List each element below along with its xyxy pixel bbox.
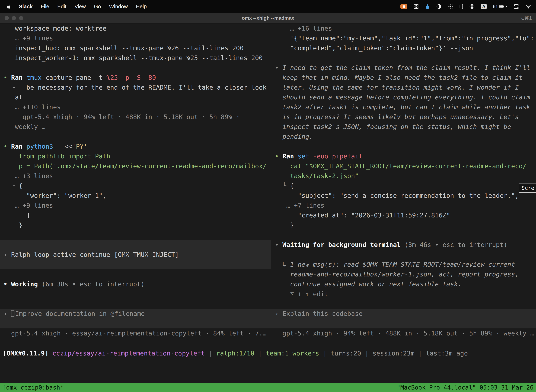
text-segment: • [4,74,11,81]
dots-grid-icon[interactable] [448,3,453,10]
terminal-row [4,63,271,73]
text-segment: from pathlib import Path [4,153,110,160]
terminal-row: ↳ 1 new msg(s): read $OMX_TEAM_STATE_ROO… [275,260,536,269]
terminal-row: "created_at": "2026-03-31T11:59:27.816Z" [275,210,536,220]
contrast-circle-icon[interactable] [436,3,442,10]
left-pane[interactable]: workspace_mode: worktree … +9 lines insp… [0,23,271,338]
text-segment: | [361,350,373,357]
text-segment: "worker": "worker-1", [4,192,106,199]
window-shortcut-hint: ⌥⌘1 [519,15,532,21]
apple-icon [6,4,11,9]
right-pane[interactable]: … +16 lines '{"team_name":"my-team","tas… [271,23,536,338]
control-center-icon[interactable] [513,3,519,10]
battery-icon[interactable]: 61 [493,3,507,10]
text-segment: … +16 lines [275,25,332,32]
text-segment: ⌥ + ↑ edit [275,290,328,298]
prompt-row[interactable]: › Ralph loop active continue [OMX_TMUX_I… [0,250,271,260]
terminal-row [4,289,271,299]
terminal-row [4,132,271,142]
text-segment: … +3 lines [4,172,53,179]
text-segment: pending. [275,133,313,140]
text-segment: weekly … [4,123,45,130]
text-segment [48,350,53,357]
horizontal-pane-border [0,339,536,339]
text-segment: … +7 lines [275,202,325,209]
terminal-row: "completed","claim_token":"claim-token"}… [275,43,536,53]
prompt-row[interactable] [271,319,536,328]
text-segment: (3m 46s • esc to interrupt) [404,241,507,248]
text-segment: | [205,350,216,357]
menu-item-file[interactable]: File [37,4,53,9]
text-segment: | [415,350,426,357]
menu-item-slack[interactable]: Slack [15,4,37,9]
text-segment: Ran [282,153,298,160]
text-segment: ↳ [275,261,290,268]
tmux-host-clock: "MacBook-Pro-44.local" 05:03 31-Mar-26 [397,384,534,391]
grid-icon[interactable] [413,3,419,10]
terminal-row: pending. [275,132,536,142]
terminal-row: p = Path('.omx/state/team/review-current… [4,161,271,171]
terminal-row [4,269,271,279]
text-segment: tmux [26,74,45,81]
text-segment: ralph:1/10 [216,350,254,357]
prompt-row[interactable] [0,240,271,250]
zoom-button[interactable] [19,16,23,20]
terminal-row: tasks/task-2.json" [275,171,536,181]
text-segment: "created_at": "2026-03-31T11:59:27.816Z" [275,212,450,219]
terminal-window: omx --xhigh --madmax ⌥⌘1 workspace_mode:… [0,13,536,392]
menu-item-go[interactable]: Go [90,4,105,9]
screen-recording-indicator[interactable] [400,3,407,10]
tmux-status-bar: [omx-cczip0:bash* "MacBook-Pro-44.local"… [0,383,536,392]
text-segment: Explain this codebase [282,310,362,317]
wifi-icon[interactable] [526,3,531,10]
menu-item-view[interactable]: View [70,4,90,9]
screen-overlay-tooltip: Scre [519,183,536,193]
terminal-row: gpt-5.4 xhigh · 94% left · 488K in · 5.1… [4,112,271,122]
terminal-row: inspect_hud: omx sparkshell --tmux-pane … [4,43,271,53]
text-segment: › [275,310,282,317]
drop-icon[interactable] [425,3,430,10]
apple-menu[interactable] [5,4,15,9]
terminal-row: … +9 lines [4,33,271,43]
text-segment: "subject": "send a concise recommendatio… [275,192,519,199]
prompt-row[interactable] [0,260,271,269]
avatar-icon[interactable] [469,3,475,10]
minimize-button[interactable] [12,16,16,20]
text-segment: readme-and-reco/mailbox/worker-1.json, a… [275,271,519,278]
text-segment: capture-pane -t [45,74,106,81]
text-segment: } [275,221,294,229]
menu-item-help[interactable]: Help [132,4,151,9]
terminal-row: "worker": "worker-1", [4,191,271,201]
input-source-letter: A [481,4,487,9]
terminal-row [275,250,536,260]
terminal-row: '{"team_name":"my-team","task_id":"1","f… [275,33,536,43]
text-segment: cat "$OMX_TEAM_STATE_ROOT/team/review-cu… [275,163,526,170]
close-button[interactable] [5,16,9,20]
terminal-row: • Ran set -euo pipefail [275,151,536,161]
text-segment: at [4,93,23,101]
text-segment: › [4,251,11,258]
terminal-row: └ { [275,181,536,191]
menu-item-edit[interactable]: Edit [53,4,71,9]
menu-items: SlackFileEditViewGoWindowHelp [15,4,151,9]
terminal-row: gpt-5.4 xhigh · essay/ai-reimplementatio… [4,328,271,338]
text-segment: '{"team_name":"my-team","task_id":"1","f… [275,35,534,42]
text-segment: "completed","claim_token":"claim-token"}… [275,44,473,52]
terminal-row: ] [4,210,271,220]
window-titlebar[interactable]: omx --xhigh --madmax ⌥⌘1 [0,13,536,23]
text-segment: continue assigned work or next feasible … [275,280,462,288]
menu-bar: SlackFileEditViewGoWindowHelp A [0,0,536,13]
prompt-row[interactable]: › Improve documentation in @filename [0,309,271,319]
terminal-row: ⌥ + ↑ edit [275,289,536,299]
text-segment: gpt-5.4 xhigh · 94% left · 488K in · 5.1… [4,113,240,121]
terminal-row: … +3 lines [4,171,271,181]
phone-icon[interactable] [459,3,463,10]
terminal-row: } [275,220,536,230]
menu-item-window[interactable]: Window [105,4,132,9]
input-source-icon[interactable]: A [481,3,487,10]
terminal-row: from pathlib import Path [4,151,271,161]
prompt-row[interactable] [0,319,271,328]
text-segment: team:1 workers [266,350,319,357]
prompt-row[interactable]: › Explain this codebase [271,309,536,319]
text-segment: (6m 38s • esc to interrupt) [42,280,144,288]
